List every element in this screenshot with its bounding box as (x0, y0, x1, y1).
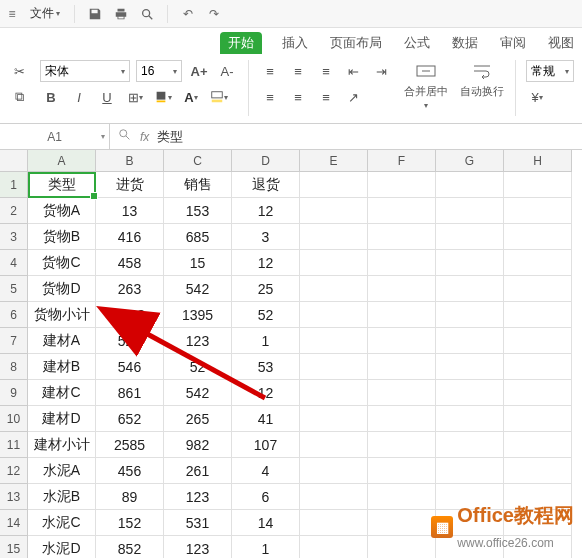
row-header[interactable]: 7 (0, 328, 28, 354)
wrap-text-button[interactable]: 自动换行 (459, 60, 505, 99)
cell[interactable]: 861 (96, 380, 164, 406)
cell[interactable] (300, 172, 368, 198)
tab-formula[interactable]: 公式 (402, 32, 432, 54)
cell[interactable]: 12 (232, 198, 300, 224)
cell[interactable] (504, 276, 572, 302)
cell[interactable] (300, 432, 368, 458)
cell[interactable]: 982 (164, 432, 232, 458)
cell[interactable] (504, 224, 572, 250)
cell[interactable] (504, 432, 572, 458)
row-header[interactable]: 13 (0, 484, 28, 510)
cell[interactable] (504, 328, 572, 354)
cell[interactable]: 水泥B (28, 484, 96, 510)
cell[interactable] (504, 172, 572, 198)
cell[interactable]: 13 (96, 198, 164, 224)
column-header[interactable]: D (232, 150, 300, 172)
cell[interactable]: 货物A (28, 198, 96, 224)
cell[interactable]: 建材A (28, 328, 96, 354)
cell[interactable] (436, 224, 504, 250)
cell[interactable]: 52 (164, 354, 232, 380)
row-header[interactable]: 6 (0, 302, 28, 328)
font-color-button[interactable]: A▾ (180, 86, 202, 108)
cell[interactable] (368, 302, 436, 328)
align-top-icon[interactable]: ≡ (259, 60, 281, 82)
search-icon[interactable] (118, 128, 132, 145)
row-header[interactable]: 11 (0, 432, 28, 458)
cell[interactable] (504, 302, 572, 328)
cell[interactable]: 类型 (28, 172, 96, 198)
bold-button[interactable]: B (40, 86, 62, 108)
cell[interactable]: 123 (164, 536, 232, 558)
cell[interactable]: 458 (96, 250, 164, 276)
border-button[interactable]: ⊞▾ (124, 86, 146, 108)
highlight-button[interactable]: ▾ (208, 86, 230, 108)
cell[interactable] (504, 354, 572, 380)
cell[interactable]: 542 (164, 276, 232, 302)
cell[interactable] (300, 484, 368, 510)
cell[interactable] (300, 380, 368, 406)
row-header[interactable]: 5 (0, 276, 28, 302)
row-header[interactable]: 15 (0, 536, 28, 558)
cell[interactable] (300, 250, 368, 276)
cell[interactable] (436, 458, 504, 484)
redo-icon[interactable]: ↷ (204, 4, 224, 24)
cell[interactable] (436, 432, 504, 458)
cell[interactable] (300, 406, 368, 432)
cell[interactable]: 1 (232, 328, 300, 354)
cell[interactable]: 526 (96, 328, 164, 354)
cell[interactable]: 123 (164, 484, 232, 510)
row-header[interactable]: 3 (0, 224, 28, 250)
cells-area[interactable]: 类型进货销售退货货物A1315312货物B4166853货物C4581512货物… (28, 172, 572, 558)
column-header[interactable]: H (504, 150, 572, 172)
cell[interactable]: 152 (96, 510, 164, 536)
cell[interactable] (504, 458, 572, 484)
cut-icon[interactable]: ✂ (8, 60, 30, 82)
column-header[interactable]: F (368, 150, 436, 172)
cell[interactable] (300, 510, 368, 536)
cell[interactable]: 852 (96, 536, 164, 558)
cell[interactable] (504, 406, 572, 432)
cell[interactable] (436, 406, 504, 432)
align-right-icon[interactable]: ≡ (315, 86, 337, 108)
name-box[interactable]: A1 ▾ (0, 124, 110, 149)
indent-decrease-icon[interactable]: ⇤ (343, 60, 365, 82)
row-header[interactable]: 10 (0, 406, 28, 432)
undo-icon[interactable]: ↶ (178, 4, 198, 24)
cell[interactable] (436, 354, 504, 380)
row-header[interactable]: 8 (0, 354, 28, 380)
cell[interactable] (504, 250, 572, 276)
cell[interactable]: 542 (164, 380, 232, 406)
cell[interactable]: 546 (96, 354, 164, 380)
cell[interactable]: 123 (164, 328, 232, 354)
cell[interactable]: 货物小计 (28, 302, 96, 328)
cell[interactable] (300, 276, 368, 302)
cell[interactable]: 1293 (96, 302, 164, 328)
cell[interactable] (300, 302, 368, 328)
cell[interactable]: 52 (232, 302, 300, 328)
currency-button[interactable]: ¥▾ (526, 86, 548, 108)
orientation-icon[interactable]: ↗ (343, 86, 365, 108)
italic-button[interactable]: I (68, 86, 90, 108)
cell[interactable]: 水泥C (28, 510, 96, 536)
cell[interactable]: 265 (164, 406, 232, 432)
cell[interactable] (368, 458, 436, 484)
cell[interactable]: 建材D (28, 406, 96, 432)
indent-increase-icon[interactable]: ⇥ (371, 60, 393, 82)
formula-input[interactable]: 类型 (157, 128, 574, 146)
align-middle-icon[interactable]: ≡ (287, 60, 309, 82)
cell[interactable] (368, 510, 436, 536)
row-header[interactable]: 4 (0, 250, 28, 276)
cell[interactable] (368, 432, 436, 458)
row-header[interactable]: 14 (0, 510, 28, 536)
cell[interactable] (368, 224, 436, 250)
cell[interactable] (504, 198, 572, 224)
tab-home[interactable]: 开始 (220, 32, 262, 54)
preview-icon[interactable] (137, 4, 157, 24)
cell[interactable] (504, 380, 572, 406)
cell[interactable] (436, 250, 504, 276)
select-all-corner[interactable] (0, 150, 28, 172)
cell[interactable] (368, 250, 436, 276)
cell[interactable]: 25 (232, 276, 300, 302)
align-left-icon[interactable]: ≡ (259, 86, 281, 108)
cell[interactable] (436, 328, 504, 354)
